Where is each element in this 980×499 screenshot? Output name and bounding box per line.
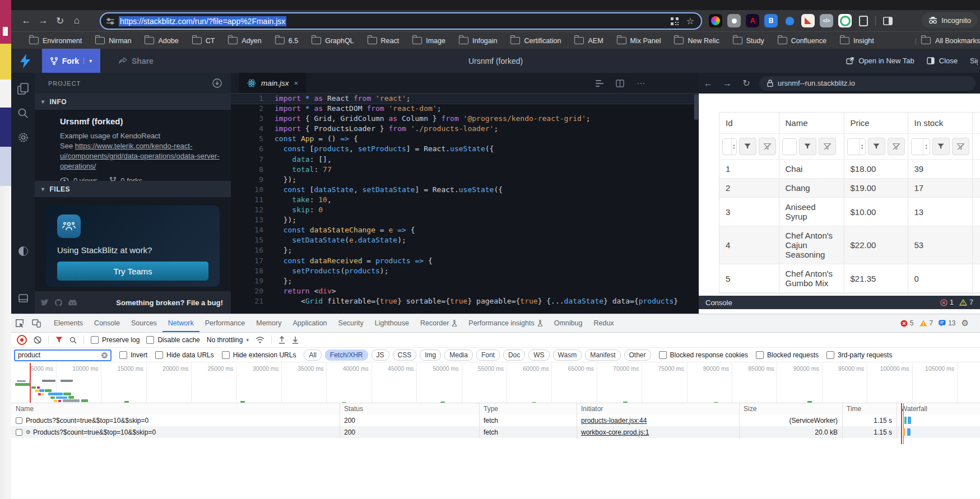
home-icon[interactable]: ⌂ (68, 15, 85, 26)
code-line[interactable]: 20 return <div> (231, 286, 699, 296)
clear-filter-icon[interactable] (101, 352, 108, 358)
fork-dropdown-chevron[interactable]: ▾ (83, 58, 92, 64)
grid-row[interactable]: 3Aniseed Syrup$10.0013 (719, 198, 980, 226)
column-separator[interactable] (479, 403, 480, 439)
close-button[interactable]: Close (927, 57, 958, 65)
devtools-tab-memory[interactable]: Memory (250, 314, 287, 332)
devtools-tab-application[interactable]: Application (287, 314, 332, 332)
settings-gear-icon[interactable] (11, 132, 35, 143)
column-separator[interactable] (739, 403, 740, 439)
column-separator[interactable] (577, 403, 577, 439)
throttling-select[interactable]: No throttling▾ (207, 336, 249, 344)
devtools-tab-console[interactable]: Console (89, 314, 126, 332)
devtools-warnings-badge[interactable]: 7 (919, 319, 933, 327)
requests-column-header[interactable]: Type (479, 403, 577, 414)
search-network-icon[interactable] (69, 337, 77, 344)
search-icon[interactable] (11, 108, 35, 119)
code-extension-icon[interactable]: </> (820, 14, 833, 27)
filter-pill-css[interactable]: CSS (393, 349, 417, 361)
devtools-tab-security[interactable]: Security (333, 314, 369, 332)
prettier-icon[interactable] (596, 80, 603, 87)
code-line[interactable]: 19 }; (231, 276, 699, 286)
code-line[interactable]: 9 }); (231, 175, 699, 185)
preserve-log-checkbox[interactable]: Preserve log (91, 336, 140, 344)
requests-column-header[interactable]: Waterfall (897, 403, 980, 414)
request-checkbox[interactable] (16, 417, 22, 424)
tune-icon[interactable] (106, 18, 114, 25)
devtools-menu-icon[interactable]: ⋮ (974, 319, 978, 328)
grid-row[interactable]: 2Chang$19.0017 (719, 179, 980, 198)
files-panel-icon[interactable] (11, 83, 35, 95)
camera-extension-icon[interactable] (727, 14, 741, 27)
tab-main-jsx[interactable]: main.jsx × (239, 73, 306, 94)
code-line[interactable]: 3import { Grid, GridColumn as Column } f… (231, 114, 699, 124)
github-icon[interactable] (54, 299, 63, 306)
grid-column-header[interactable]: In stock (908, 113, 972, 134)
devtools-issues-badge[interactable]: 13 (939, 319, 955, 327)
devtools-tab-elements[interactable]: Elements (48, 314, 89, 332)
preview-console-bar[interactable]: Console 1 7 (699, 296, 980, 309)
bookmark-item[interactable]: 6.5 (271, 36, 303, 46)
forward-icon[interactable]: → (35, 15, 52, 26)
all-bookmarks[interactable]: | All Bookmarks (915, 37, 980, 45)
invert-checkbox[interactable]: Invert (119, 351, 147, 359)
devtools-settings-icon[interactable]: ⚙ (962, 318, 969, 328)
grid-filter-input[interactable]: ▲▼ (722, 138, 737, 155)
info-section-header[interactable]: ▾ INFO (35, 94, 231, 110)
bookmark-item[interactable]: Adyen (224, 36, 266, 46)
device-toolbar-icon[interactable] (28, 319, 45, 328)
column-separator[interactable] (897, 403, 897, 439)
fork-button[interactable]: Fork ▾ (42, 49, 100, 73)
preview-back-icon[interactable]: ← (699, 78, 718, 88)
filter-button[interactable] (868, 138, 885, 155)
filter-button[interactable] (799, 138, 816, 155)
open-in-new-tab-button[interactable]: Open in New Tab (846, 57, 914, 65)
clipboard-extension-icon[interactable] (857, 14, 870, 27)
requests-column-header[interactable]: Initiator (577, 403, 739, 414)
devtools-tab-lighthouse[interactable]: Lighthouse (369, 314, 415, 332)
code-line[interactable]: 14 const dataStateChange = e => { (231, 225, 699, 235)
inspect-element-icon[interactable] (11, 319, 28, 328)
numeric-spinner[interactable]: ▲▼ (859, 139, 865, 155)
filter-pill-ws[interactable]: WS (528, 349, 549, 361)
code-line[interactable]: 16 }; (231, 245, 699, 255)
network-conditions-icon[interactable] (256, 337, 264, 344)
code-line[interactable]: 11 take: 10, (231, 195, 699, 205)
discord-icon[interactable] (68, 299, 77, 306)
download-project-icon[interactable] (212, 78, 231, 88)
bookmark-item[interactable]: Image (408, 36, 450, 46)
split-editor-icon[interactable] (616, 80, 624, 87)
sign-in-button[interactable]: Sign in (970, 57, 978, 65)
bookmark-item[interactable]: Insight (835, 36, 879, 46)
filter-pill-doc[interactable]: Doc (503, 349, 525, 361)
filter-pill-media[interactable]: Media (444, 349, 473, 361)
clear-filter-button[interactable] (819, 138, 836, 155)
file-bug-link[interactable]: Something broken? File a bug! (116, 299, 225, 307)
editor-scrollbar[interactable] (694, 94, 698, 120)
ruler-extension-icon[interactable] (801, 14, 815, 27)
numeric-spinner[interactable]: ▲▼ (731, 139, 736, 155)
network-overview-timeline[interactable]: 5000 ms10000 ms15000 ms20000 ms25000 ms3… (11, 363, 980, 403)
code-line[interactable]: 12 skip: 0 (231, 205, 699, 215)
filter-pill-other[interactable]: Other (624, 349, 651, 361)
reload-icon[interactable]: ↻ (52, 15, 68, 27)
request-name[interactable]: Products?$count=true&$top=10&$skip=0 (33, 428, 156, 436)
devtools-tab-performance-insights[interactable]: Performance insights (463, 314, 548, 332)
target-extension-icon[interactable] (838, 14, 852, 27)
grid-filter-input[interactable]: ▲▼ (911, 138, 930, 155)
bookmark-item[interactable]: GraphQL (307, 36, 358, 46)
filter-pill-manifest[interactable]: Manifest (585, 349, 620, 361)
filter-toggle-icon[interactable] (55, 337, 63, 343)
tab-close-icon[interactable]: × (294, 79, 299, 87)
request-name[interactable]: Products?$count=true&$top=10&$skip=0 (26, 417, 148, 425)
requests-column-header[interactable]: Size (739, 403, 842, 414)
bookmark-item[interactable]: React (363, 36, 404, 46)
requests-column-header[interactable]: Time (842, 403, 897, 414)
devtools-tab-sources[interactable]: Sources (126, 314, 162, 332)
record-network-icon[interactable] (17, 335, 27, 345)
pinwheel-extension-icon[interactable] (709, 14, 722, 27)
theme-toggle-icon[interactable] (11, 246, 35, 256)
filter-pill-all[interactable]: All (304, 349, 321, 361)
filter-button[interactable] (932, 138, 950, 155)
code-line[interactable]: 13 }); (231, 215, 699, 225)
